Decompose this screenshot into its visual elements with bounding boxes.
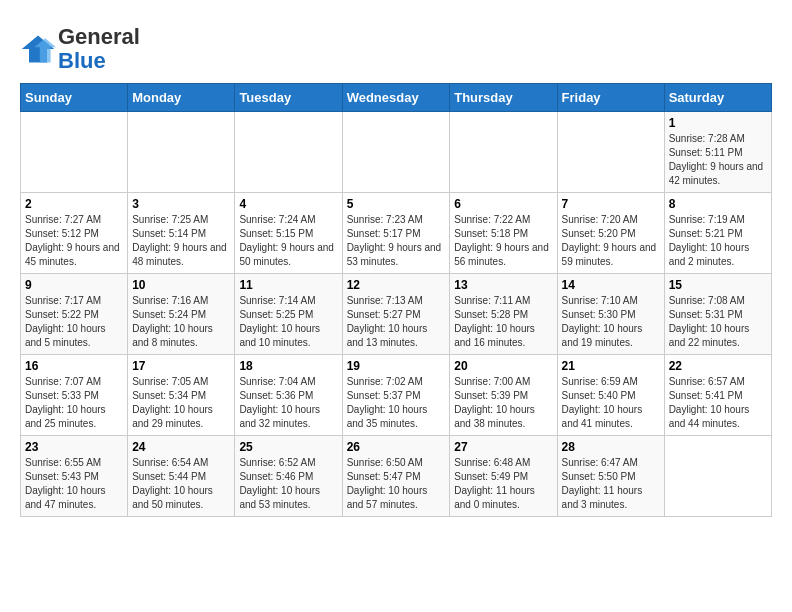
page-header: General Blue — [20, 20, 772, 73]
day-number: 28 — [562, 440, 660, 454]
logo-icon — [20, 31, 56, 67]
day-number: 25 — [239, 440, 337, 454]
day-header-thursday: Thursday — [450, 84, 557, 112]
logo-text: General Blue — [58, 25, 140, 73]
day-detail: Sunrise: 7:25 AM Sunset: 5:14 PM Dayligh… — [132, 213, 230, 269]
day-number: 22 — [669, 359, 767, 373]
calendar-cell: 13Sunrise: 7:11 AM Sunset: 5:28 PM Dayli… — [450, 274, 557, 355]
calendar-cell: 24Sunrise: 6:54 AM Sunset: 5:44 PM Dayli… — [128, 436, 235, 517]
day-detail: Sunrise: 6:54 AM Sunset: 5:44 PM Dayligh… — [132, 456, 230, 512]
day-number: 6 — [454, 197, 552, 211]
calendar-cell: 16Sunrise: 7:07 AM Sunset: 5:33 PM Dayli… — [21, 355, 128, 436]
calendar-cell: 12Sunrise: 7:13 AM Sunset: 5:27 PM Dayli… — [342, 274, 450, 355]
calendar-cell: 21Sunrise: 6:59 AM Sunset: 5:40 PM Dayli… — [557, 355, 664, 436]
day-detail: Sunrise: 7:13 AM Sunset: 5:27 PM Dayligh… — [347, 294, 446, 350]
day-detail: Sunrise: 7:07 AM Sunset: 5:33 PM Dayligh… — [25, 375, 123, 431]
day-detail: Sunrise: 7:17 AM Sunset: 5:22 PM Dayligh… — [25, 294, 123, 350]
day-detail: Sunrise: 6:50 AM Sunset: 5:47 PM Dayligh… — [347, 456, 446, 512]
day-number: 7 — [562, 197, 660, 211]
day-detail: Sunrise: 7:10 AM Sunset: 5:30 PM Dayligh… — [562, 294, 660, 350]
day-number: 17 — [132, 359, 230, 373]
calendar-cell — [128, 112, 235, 193]
calendar-cell: 5Sunrise: 7:23 AM Sunset: 5:17 PM Daylig… — [342, 193, 450, 274]
day-detail: Sunrise: 6:47 AM Sunset: 5:50 PM Dayligh… — [562, 456, 660, 512]
calendar-cell: 2Sunrise: 7:27 AM Sunset: 5:12 PM Daylig… — [21, 193, 128, 274]
day-number: 27 — [454, 440, 552, 454]
day-detail: Sunrise: 7:00 AM Sunset: 5:39 PM Dayligh… — [454, 375, 552, 431]
day-number: 1 — [669, 116, 767, 130]
calendar-cell: 26Sunrise: 6:50 AM Sunset: 5:47 PM Dayli… — [342, 436, 450, 517]
calendar-cell: 3Sunrise: 7:25 AM Sunset: 5:14 PM Daylig… — [128, 193, 235, 274]
day-header-saturday: Saturday — [664, 84, 771, 112]
day-number: 8 — [669, 197, 767, 211]
day-detail: Sunrise: 7:22 AM Sunset: 5:18 PM Dayligh… — [454, 213, 552, 269]
day-number: 13 — [454, 278, 552, 292]
day-detail: Sunrise: 7:23 AM Sunset: 5:17 PM Dayligh… — [347, 213, 446, 269]
day-detail: Sunrise: 6:48 AM Sunset: 5:49 PM Dayligh… — [454, 456, 552, 512]
day-number: 5 — [347, 197, 446, 211]
calendar-cell — [450, 112, 557, 193]
day-header-wednesday: Wednesday — [342, 84, 450, 112]
day-number: 16 — [25, 359, 123, 373]
day-number: 23 — [25, 440, 123, 454]
day-number: 26 — [347, 440, 446, 454]
day-header-friday: Friday — [557, 84, 664, 112]
calendar-cell: 18Sunrise: 7:04 AM Sunset: 5:36 PM Dayli… — [235, 355, 342, 436]
calendar-cell: 27Sunrise: 6:48 AM Sunset: 5:49 PM Dayli… — [450, 436, 557, 517]
day-header-tuesday: Tuesday — [235, 84, 342, 112]
day-detail: Sunrise: 6:57 AM Sunset: 5:41 PM Dayligh… — [669, 375, 767, 431]
calendar-cell: 23Sunrise: 6:55 AM Sunset: 5:43 PM Dayli… — [21, 436, 128, 517]
day-detail: Sunrise: 7:05 AM Sunset: 5:34 PM Dayligh… — [132, 375, 230, 431]
day-detail: Sunrise: 7:24 AM Sunset: 5:15 PM Dayligh… — [239, 213, 337, 269]
calendar-cell: 6Sunrise: 7:22 AM Sunset: 5:18 PM Daylig… — [450, 193, 557, 274]
day-number: 21 — [562, 359, 660, 373]
calendar-cell: 20Sunrise: 7:00 AM Sunset: 5:39 PM Dayli… — [450, 355, 557, 436]
day-detail: Sunrise: 7:20 AM Sunset: 5:20 PM Dayligh… — [562, 213, 660, 269]
calendar-cell: 17Sunrise: 7:05 AM Sunset: 5:34 PM Dayli… — [128, 355, 235, 436]
calendar-cell: 7Sunrise: 7:20 AM Sunset: 5:20 PM Daylig… — [557, 193, 664, 274]
day-detail: Sunrise: 7:04 AM Sunset: 5:36 PM Dayligh… — [239, 375, 337, 431]
day-detail: Sunrise: 7:14 AM Sunset: 5:25 PM Dayligh… — [239, 294, 337, 350]
calendar-cell: 8Sunrise: 7:19 AM Sunset: 5:21 PM Daylig… — [664, 193, 771, 274]
calendar-cell: 1Sunrise: 7:28 AM Sunset: 5:11 PM Daylig… — [664, 112, 771, 193]
day-number: 18 — [239, 359, 337, 373]
calendar-cell: 14Sunrise: 7:10 AM Sunset: 5:30 PM Dayli… — [557, 274, 664, 355]
day-number: 10 — [132, 278, 230, 292]
day-detail: Sunrise: 7:02 AM Sunset: 5:37 PM Dayligh… — [347, 375, 446, 431]
day-header-monday: Monday — [128, 84, 235, 112]
calendar-cell: 25Sunrise: 6:52 AM Sunset: 5:46 PM Dayli… — [235, 436, 342, 517]
day-detail: Sunrise: 7:08 AM Sunset: 5:31 PM Dayligh… — [669, 294, 767, 350]
calendar-cell — [21, 112, 128, 193]
day-number: 19 — [347, 359, 446, 373]
day-number: 2 — [25, 197, 123, 211]
day-number: 3 — [132, 197, 230, 211]
calendar-cell: 28Sunrise: 6:47 AM Sunset: 5:50 PM Dayli… — [557, 436, 664, 517]
day-number: 14 — [562, 278, 660, 292]
day-detail: Sunrise: 7:28 AM Sunset: 5:11 PM Dayligh… — [669, 132, 767, 188]
calendar-cell: 11Sunrise: 7:14 AM Sunset: 5:25 PM Dayli… — [235, 274, 342, 355]
calendar-cell: 10Sunrise: 7:16 AM Sunset: 5:24 PM Dayli… — [128, 274, 235, 355]
day-number: 9 — [25, 278, 123, 292]
day-number: 4 — [239, 197, 337, 211]
day-number: 20 — [454, 359, 552, 373]
calendar-cell: 22Sunrise: 6:57 AM Sunset: 5:41 PM Dayli… — [664, 355, 771, 436]
day-detail: Sunrise: 7:27 AM Sunset: 5:12 PM Dayligh… — [25, 213, 123, 269]
day-detail: Sunrise: 6:55 AM Sunset: 5:43 PM Dayligh… — [25, 456, 123, 512]
day-detail: Sunrise: 7:11 AM Sunset: 5:28 PM Dayligh… — [454, 294, 552, 350]
calendar-cell — [342, 112, 450, 193]
calendar-table: SundayMondayTuesdayWednesdayThursdayFrid… — [20, 83, 772, 517]
calendar-cell: 4Sunrise: 7:24 AM Sunset: 5:15 PM Daylig… — [235, 193, 342, 274]
calendar-cell — [235, 112, 342, 193]
calendar-cell — [664, 436, 771, 517]
day-header-sunday: Sunday — [21, 84, 128, 112]
calendar-cell — [557, 112, 664, 193]
day-detail: Sunrise: 7:16 AM Sunset: 5:24 PM Dayligh… — [132, 294, 230, 350]
calendar-cell: 15Sunrise: 7:08 AM Sunset: 5:31 PM Dayli… — [664, 274, 771, 355]
day-detail: Sunrise: 6:52 AM Sunset: 5:46 PM Dayligh… — [239, 456, 337, 512]
logo: General Blue — [20, 25, 140, 73]
day-detail: Sunrise: 6:59 AM Sunset: 5:40 PM Dayligh… — [562, 375, 660, 431]
day-detail: Sunrise: 7:19 AM Sunset: 5:21 PM Dayligh… — [669, 213, 767, 269]
calendar-cell: 19Sunrise: 7:02 AM Sunset: 5:37 PM Dayli… — [342, 355, 450, 436]
calendar-cell: 9Sunrise: 7:17 AM Sunset: 5:22 PM Daylig… — [21, 274, 128, 355]
day-number: 12 — [347, 278, 446, 292]
